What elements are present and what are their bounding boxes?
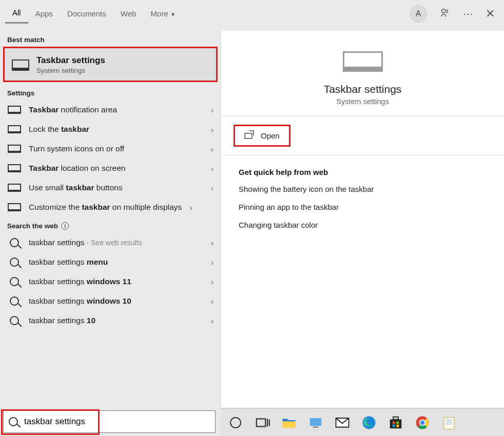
svg-rect-1 — [257, 419, 266, 426]
chevron-right-icon: › — [211, 278, 214, 286]
file-explorer-icon[interactable] — [281, 415, 297, 430]
search-input[interactable] — [24, 417, 210, 427]
tab-documents[interactable]: Documents — [60, 3, 113, 23]
taskbar-icon — [8, 164, 21, 172]
chevron-right-icon: › — [211, 258, 214, 267]
settings-item[interactable]: Taskbar notification area › — [0, 100, 221, 120]
svg-rect-9 — [393, 421, 395, 424]
web-result-item[interactable]: taskbar settings windows 11 › — [0, 272, 221, 291]
cortana-icon[interactable] — [228, 415, 243, 430]
chevron-right-icon: › — [211, 184, 214, 192]
best-match-subtitle: System settings — [36, 67, 105, 74]
avatar[interactable]: A — [410, 5, 427, 23]
taskbar — [221, 408, 504, 436]
search-icon — [10, 296, 19, 306]
svg-rect-7 — [390, 419, 402, 428]
settings-item[interactable]: Turn system icons on or off › — [0, 139, 221, 158]
help-heading: Get quick help from web — [239, 168, 487, 176]
close-icon[interactable]: ✕ — [486, 8, 495, 19]
search-box[interactable] — [3, 410, 216, 433]
tab-web[interactable]: Web — [113, 3, 144, 23]
app-icon[interactable] — [308, 415, 323, 430]
svg-point-17 — [420, 420, 425, 425]
chevron-right-icon: › — [211, 106, 214, 114]
edge-icon[interactable] — [361, 415, 377, 430]
chevron-right-icon: › — [211, 297, 214, 306]
help-link[interactable]: Showing the battery icon on the taskbar — [239, 185, 487, 193]
web-result-item[interactable]: taskbar settings menu › — [0, 252, 221, 272]
tab-all[interactable]: All — [5, 2, 28, 24]
svg-rect-10 — [396, 421, 399, 424]
more-icon[interactable]: ⋯ — [463, 8, 473, 20]
settings-item[interactable]: Customize the taskbar on multiple displa… — [0, 197, 221, 217]
chevron-right-icon: › — [190, 203, 192, 212]
svg-rect-4 — [310, 418, 322, 426]
settings-item[interactable]: Use small taskbar buttons › — [0, 178, 221, 197]
web-result-item[interactable]: taskbar settings windows 10 › — [0, 291, 221, 311]
mail-icon[interactable] — [335, 415, 350, 430]
preview-pane: Taskbar settings System settings Open Ge… — [221, 31, 504, 407]
settings-item[interactable]: Taskbar location on screen › — [0, 158, 221, 178]
results-list: Best match Taskbar settings System setti… — [0, 31, 221, 407]
taskbar-icon — [8, 106, 21, 114]
chevron-down-icon: ▼ — [170, 11, 176, 17]
store-icon[interactable] — [388, 415, 403, 430]
chevron-right-icon: › — [211, 316, 214, 325]
preview-subtitle: System settings — [231, 97, 494, 106]
section-search-web: Search the web i — [0, 217, 221, 233]
chevron-right-icon: › — [211, 164, 214, 173]
preview-title: Taskbar settings — [231, 83, 494, 95]
search-icon — [10, 238, 19, 247]
chevron-right-icon: › — [211, 239, 214, 247]
svg-rect-11 — [393, 424, 395, 427]
svg-point-0 — [442, 9, 445, 12]
tab-apps[interactable]: Apps — [28, 3, 60, 23]
taskbar-icon — [8, 145, 21, 153]
taskbar-icon — [8, 125, 21, 133]
open-icon — [244, 133, 253, 139]
taskbar-icon — [12, 60, 29, 71]
open-button[interactable]: Open — [234, 125, 290, 147]
help-link[interactable]: Pinning an app to the taskbar — [239, 203, 487, 211]
rewards-icon[interactable] — [439, 7, 451, 21]
svg-rect-18 — [444, 418, 454, 429]
section-settings: Settings — [0, 84, 221, 100]
search-icon — [10, 316, 19, 325]
svg-rect-12 — [396, 424, 399, 427]
taskbar-icon — [8, 203, 21, 211]
chrome-icon[interactable] — [415, 415, 430, 430]
chevron-right-icon: › — [211, 145, 214, 153]
search-icon — [10, 257, 19, 267]
info-icon: i — [61, 222, 69, 230]
tab-more[interactable]: More▼ — [143, 3, 183, 23]
task-view-icon[interactable] — [255, 415, 270, 430]
notepad-icon[interactable] — [441, 415, 457, 430]
best-match-item[interactable]: Taskbar settings System settings — [3, 47, 218, 82]
svg-rect-5 — [313, 426, 318, 428]
web-result-item[interactable]: taskbar settings 10 › — [0, 311, 221, 330]
taskbar-icon — [8, 184, 21, 192]
chevron-right-icon: › — [211, 125, 214, 134]
best-match-title: Taskbar settings — [36, 55, 105, 66]
search-icon — [9, 417, 18, 426]
help-link[interactable]: Changing taskbar color — [239, 221, 487, 229]
section-best-match: Best match — [0, 31, 221, 47]
svg-rect-8 — [393, 417, 398, 419]
web-result-item[interactable]: taskbar settings - See web results › — [0, 233, 221, 252]
taskbar-icon — [343, 51, 383, 72]
settings-item[interactable]: Lock the taskbar › — [0, 120, 221, 139]
search-icon — [10, 277, 19, 286]
